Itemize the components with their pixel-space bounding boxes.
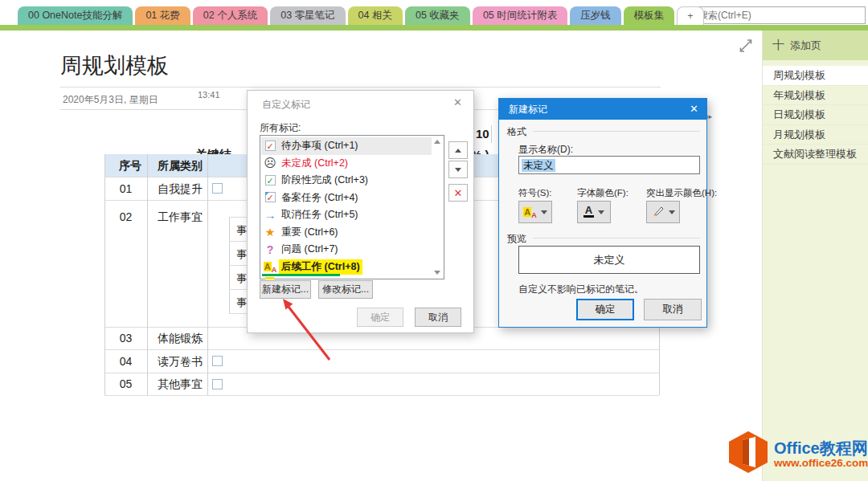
highlight-color-dropdown[interactable] [646,201,680,223]
tag-list-item[interactable]: → 取消任务 (Ctrl+5) [261,206,432,224]
blue-arrow-icon: → [261,208,279,222]
page-list-sidebar: 十 添加页 周规划模板 年规划模板 日规划模板 月规划模板 文献阅读整理模板 [762,31,868,481]
table-cell-category: 其他事宜 [158,377,203,392]
tag-label: 未定成 (Ctrl+2) [279,156,350,171]
tag-label: 阶段性完成 (Ctrl+3) [279,173,371,188]
selected-text: 未定义 [522,159,555,172]
tab-01-expenses[interactable]: 01 花费 [135,6,190,25]
office-logo-icon [726,430,771,478]
tag-list-item[interactable]: ✓ 阶段性完成 (Ctrl+3) [261,172,432,190]
sidebar-page-literature[interactable]: 文献阅读整理模板 [763,145,868,165]
tab-00-onenote[interactable]: 00 OneNote技能分解 [18,6,133,25]
table-border [207,154,208,395]
tag-list-item[interactable]: ✓ 待办事项 (Ctrl+1) [261,137,432,155]
dialog-title: 新建标记 [509,103,547,116]
watermark-url: www.office26.com [774,457,868,469]
col-header-no: 序号 [113,159,147,173]
tab-04-related[interactable]: 04 相关 [348,6,403,25]
table-cell-no: 04 [104,355,147,368]
next-tag-icon-fragment [265,277,274,279]
tag-underline-decoration [262,274,340,276]
todo-checkbox[interactable] [212,379,223,389]
new-section-tab-button[interactable]: + [677,6,703,25]
sidebar-page-weekly[interactable]: 周规划模板 [763,66,868,86]
sidebar-page-yearly[interactable]: 年规划模板 [763,86,868,106]
font-color-dropdown[interactable]: A [577,201,611,223]
table-cell-category: 工作事宜 [158,210,203,225]
todo-checkbox[interactable] [212,183,223,194]
display-name-label: 显示名称(D): [518,143,573,157]
tag-list-item[interactable]: ✓ 备案任务 (Ctrl+4) [261,190,432,207]
ok-button-disabled[interactable]: 确定 [357,308,403,327]
format-group-label: 格式 [507,125,526,139]
preview-value: 未定义 [594,253,625,267]
dialog-title: 自定义标记 [262,98,310,112]
tab-lucky-money[interactable]: 压岁钱 [570,6,621,25]
tag-list-item[interactable]: ? 问题 (Ctrl+7) [261,241,432,259]
tab-template-set-active[interactable]: 模板集 [624,6,675,25]
symbol-label: 符号(S): [518,187,552,199]
question-mark-icon: ? [261,243,279,256]
table-cell-no: 05 [104,377,147,390]
add-page-label: 添加页 [790,39,821,53]
flag-checkbox-icon: ✓ [261,192,279,203]
list-scroll-up-icon[interactable] [434,140,440,144]
annotation-arrow [265,289,346,373]
highlight-color-label: 突出显示颜色(H): [646,187,717,199]
green-checkbox-icon: ✓ [261,175,279,186]
table-cell-category: 体能锻炼 [158,332,203,346]
tag-label: 待办事项 (Ctrl+1) [279,138,361,153]
display-name-input[interactable]: 未定义 [518,156,700,174]
font-color-label: 字体颜色(F): [577,187,628,199]
watermark-name: Office教程网 [774,439,868,457]
table-cell-category: 读万卷书 [158,355,203,369]
section-tab-strip: 00 OneNote技能分解 01 花费 02 个人系统 03 零星笔记 04 … [18,6,706,25]
close-icon[interactable]: ✕ [453,96,462,108]
all-tags-label: 所有标记: [260,121,301,135]
onenote-window: 00 OneNote技能分解 01 花费 02 个人系统 03 零星笔记 04 … [0,0,868,481]
tab-02-personal-system[interactable]: 02 个人系统 [193,6,268,25]
tag-label: 后续工作 (Ctrl+8) [279,259,362,275]
move-tag-up-button[interactable] [448,141,468,159]
tab-05-favorites[interactable]: 05 收藏夹 [405,6,470,25]
todo-checkbox[interactable] [212,356,223,366]
highlight-letters-icon: AA [523,206,536,218]
sidebar-page-daily[interactable]: 日规划模板 [763,105,868,125]
covered-heading-fragment: 10 [476,127,489,141]
move-tag-down-button[interactable] [448,161,468,178]
group-divider [533,131,700,132]
table-cell-no: 01 [104,182,147,195]
dialog-note: 自定义不影响已标记的笔记。 [518,283,644,296]
cancel-button[interactable]: 取消 [644,299,702,320]
close-icon[interactable]: ✕ [690,103,698,115]
table-cell-category: 自我提升 [158,182,203,197]
watermark: Office教程网 www.office26.com [726,430,868,478]
ok-button[interactable]: 确定 [576,299,634,320]
page-title[interactable]: 周规划模板 [60,51,169,80]
highlighter-pen-icon [652,205,665,220]
page-time: 13:41 [198,90,220,100]
tag-list-item[interactable]: ★ 重要 (Ctrl+6) [261,224,432,242]
search-input[interactable] [693,6,866,24]
tab-05-time-stats[interactable]: 05 时间统计附表 [473,6,567,25]
add-page-button[interactable]: 十 添加页 [763,31,868,60]
sad-face-icon: ☹ [261,156,279,170]
group-divider [533,238,700,238]
tag-list-item-highlighted[interactable]: AA 后续工作 (Ctrl+8) [261,259,432,276]
table-cell-no: 02 [104,210,147,223]
sidebar-page-monthly[interactable]: 月规划模板 [763,125,868,145]
todo-checkbox-icon: ✓ [261,141,279,152]
delete-tag-button[interactable]: ✕ [448,184,468,202]
section-color-bar [0,25,868,31]
orange-star-icon: ★ [261,226,279,238]
fullscreen-toggle-icon[interactable] [737,37,755,58]
tag-list-item[interactable]: ☹ 未定成 (Ctrl+2) [261,155,432,173]
font-color-icon: A [583,206,594,218]
list-scroll-down-icon[interactable] [434,271,440,275]
table-cell-no: 03 [104,332,147,344]
table-border-fragment [491,125,492,143]
cancel-button[interactable]: 取消 [415,308,461,327]
tab-03-misc-notes[interactable]: 03 零星笔记 [270,6,345,25]
chevron-down-icon [598,210,604,214]
symbol-dropdown[interactable]: AA [518,201,552,223]
